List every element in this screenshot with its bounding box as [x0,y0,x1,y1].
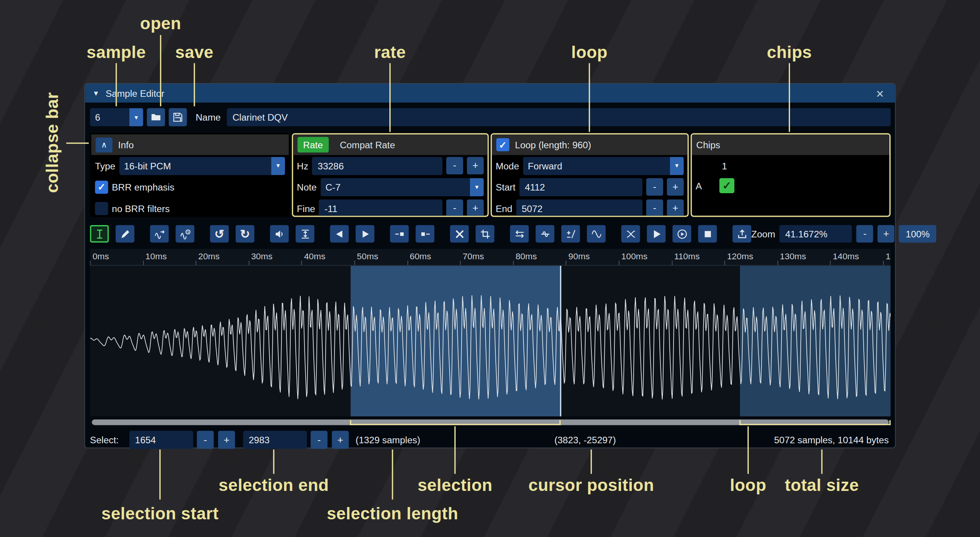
sample-select-dropdown[interactable]: 6 ▼ [90,108,143,126]
invert-icon [540,229,550,239]
annotation-open: open [140,14,181,33]
loop-start-input[interactable]: 4112 [519,178,642,196]
zoom-plus-button[interactable]: + [878,225,895,243]
waveform[interactable] [90,266,891,416]
apply-filter-button[interactable] [587,225,606,243]
selection-start-minus-button[interactable]: - [197,431,214,449]
fade-in-button[interactable] [330,225,349,243]
invert-button[interactable] [536,225,555,243]
ruler-tick-label: 130ms [780,251,806,261]
zoom-reset-button[interactable]: 100% [899,225,937,243]
window-collapse-icon[interactable]: ▼ [93,90,99,97]
chevron-down-icon[interactable]: ▼ [271,157,285,175]
chip-a-checkbox[interactable]: ✓ [719,178,734,193]
draw-tool-button[interactable] [116,225,134,243]
ruler-tick-mark [407,261,408,265]
preview-selection-button[interactable] [672,225,691,243]
loop-panel-title: Loop (length: 960) [515,139,591,150]
resample-button[interactable] [175,225,194,243]
preview-sample-button[interactable] [647,225,666,243]
waveform-area[interactable] [90,266,891,416]
loop-start-minus-button[interactable]: - [646,178,663,196]
sample-name-input[interactable]: Clarinet DQV [227,108,891,126]
selection-start-input[interactable]: 1654 [129,431,193,449]
trim-button[interactable] [476,225,495,243]
create-wavetable-button[interactable] [732,225,751,243]
resample-icon [180,229,190,239]
selection-end-input[interactable]: 2983 [243,431,307,449]
selection-length-text: (1329 samples) [356,431,420,449]
no-brr-filters-checkbox[interactable] [95,202,108,215]
ruler-tick-mark [619,261,619,265]
ruler-tick-label: 50ms [357,251,378,261]
delete-button[interactable] [450,225,469,243]
insert-silence-button[interactable] [390,225,409,243]
no-brr-filters-label: no BRR filters [112,203,170,214]
folder-open-icon [151,112,161,123]
apply-silence-icon [420,229,430,239]
chevron-down-icon[interactable]: ▼ [470,178,484,196]
ruler-tick-mark [90,261,91,265]
scrollbar-thumb[interactable] [92,419,889,425]
toolbar-buttons: ↺↻ [90,225,751,243]
tab-rate[interactable]: Rate [298,137,329,152]
annotation-rate: rate [374,43,406,62]
resize-button[interactable] [150,225,169,243]
save-button[interactable] [169,108,187,126]
fine-plus-button[interactable]: + [467,199,484,217]
zoom-minus-button[interactable]: - [856,225,873,243]
annotation-cursor-position: cursor position [528,476,654,495]
selection-end-minus-button[interactable]: - [311,431,328,449]
fine-input[interactable]: -11 [319,199,442,217]
crossfade-loop-button[interactable] [621,225,640,243]
loop-end-minus-button[interactable]: - [646,199,663,217]
loop-mode-dropdown[interactable]: Forward ▼ [523,157,684,175]
status-bar: Select: 1654 - + 2983 - + (1329 samples)… [90,431,891,449]
select-label: Select: [90,431,119,449]
reverse-button[interactable] [510,225,529,243]
fade-in-icon [334,229,345,239]
apply-silence-button[interactable] [416,225,434,243]
undo-button[interactable]: ↺ [210,225,229,243]
type-dropdown[interactable]: 16-bit PCM ▼ [119,157,285,175]
chevron-down-icon[interactable]: ▼ [129,108,143,126]
ruler-tick-mark [301,261,302,265]
collapse-bar-button[interactable]: ∧ [96,137,113,152]
close-icon[interactable]: × [872,86,887,100]
brr-emphasis-checkbox[interactable]: ✓ [95,181,108,194]
loop-enable-checkbox[interactable]: ✓ [496,138,509,151]
annotation-loop-top: loop [571,43,608,62]
normalize-button[interactable] [296,225,315,243]
ruler-tick-mark [830,261,831,265]
fade-out-button[interactable] [356,225,374,243]
selection-end-plus-button[interactable]: + [332,431,349,449]
preview-selection-icon [677,229,687,239]
fine-minus-button[interactable]: - [446,199,463,217]
horizontal-scrollbar[interactable] [90,419,891,426]
selection-start-plus-button[interactable]: + [218,431,235,449]
open-button[interactable] [147,108,165,126]
resize-icon [154,229,165,239]
ruler-tick-mark [143,261,144,265]
stop-preview-button[interactable] [698,225,717,243]
chevron-down-icon[interactable]: ▼ [670,157,684,175]
annotation-selection-start: selection start [101,504,219,524]
select-tool-button[interactable] [90,225,109,243]
hz-input[interactable]: 33286 [312,157,443,175]
hz-minus-button[interactable]: - [446,157,463,175]
window-titlebar[interactable]: ▼ Sample Editor × [85,84,895,103]
loop-start-plus-button[interactable]: + [667,178,684,196]
draw-tool-icon [120,229,131,239]
ruler-tick-label: 110ms [674,251,700,261]
tab-compat-rate[interactable]: Compat Rate [340,139,395,150]
redo-button[interactable]: ↻ [236,225,255,243]
trim-icon [480,229,490,239]
cursor-position-text: (3823, -25297) [555,431,616,449]
loop-end-plus-button[interactable]: + [667,199,684,217]
amplify-button[interactable] [270,225,289,243]
zoom-input[interactable]: 41.1672% [780,225,852,243]
sign-exchange-button[interactable] [561,225,580,243]
loop-end-input[interactable]: 5072 [516,199,642,217]
note-dropdown[interactable]: C-7 ▼ [320,178,483,196]
hz-plus-button[interactable]: + [467,157,484,175]
